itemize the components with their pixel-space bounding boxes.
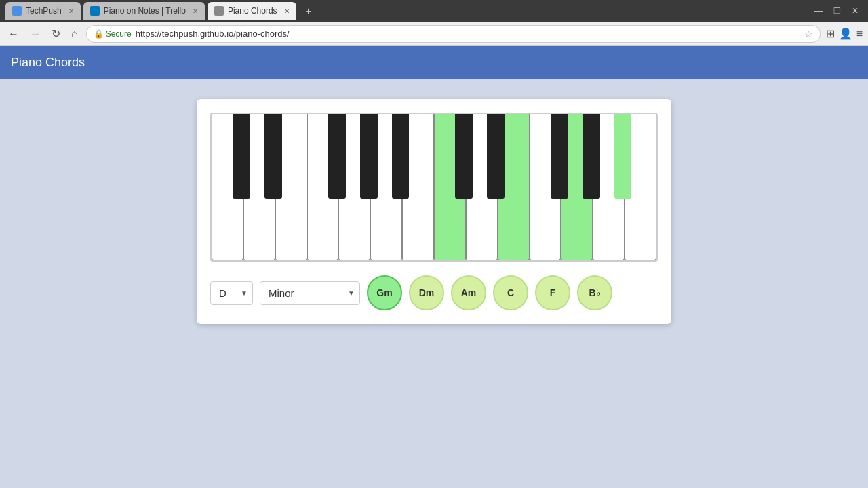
white-key-2[interactable] (275, 114, 307, 260)
scale-select[interactable]: Major Minor Harmonic Minor Melodic Minor (260, 281, 360, 305)
scale-select-wrapper: Major Minor Harmonic Minor Melodic Minor (260, 281, 360, 305)
white-key-4[interactable] (338, 114, 370, 260)
white-key-12[interactable] (593, 114, 625, 260)
app-title: Piano Chords (11, 56, 85, 70)
chord-button-gm[interactable]: Gm (367, 275, 402, 310)
white-key-8[interactable] (466, 114, 498, 260)
user-icon[interactable]: 👤 (839, 27, 852, 40)
forward-button[interactable]: → (27, 26, 43, 41)
tab-favicon-piano-chords (214, 6, 224, 16)
white-key-5[interactable] (370, 114, 402, 260)
key-select-wrapper: C C# D D# E F F# G G# A A# B (210, 281, 253, 305)
window-minimize-button[interactable]: — (810, 5, 827, 17)
reload-button[interactable]: ↻ (49, 26, 63, 41)
home-button[interactable]: ⌂ (68, 26, 81, 41)
tab-trello[interactable]: Piano on Notes | Trello ✕ (83, 2, 205, 20)
window-restore-button[interactable]: ❐ (829, 5, 845, 17)
piano-card: C C# D D# E F F# G G# A A# B Major (197, 99, 671, 324)
tab-label-trello: Piano on Notes | Trello (104, 6, 186, 16)
app-header: Piano Chords (0, 46, 868, 79)
white-key-9[interactable] (498, 114, 530, 260)
tab-favicon-techpush (12, 6, 22, 16)
tab-close-piano-chords[interactable]: ✕ (284, 7, 290, 15)
tab-label-techpush: TechPush (26, 6, 62, 16)
secure-badge: 🔒 Secure (94, 29, 132, 39)
extensions-icon[interactable]: ⊞ (826, 27, 835, 40)
white-key-11[interactable] (561, 114, 593, 260)
white-key-3[interactable] (307, 114, 339, 260)
address-bar[interactable]: 🔒 Secure https://techpush.github.io/pian… (86, 25, 821, 43)
white-key-1[interactable] (243, 114, 275, 260)
window-controls: — ❐ ✕ (810, 5, 863, 17)
chord-button-f[interactable]: F (535, 275, 570, 310)
chord-button-c[interactable]: C (493, 275, 528, 310)
tab-piano-chords[interactable]: Piano Chords ✕ (208, 2, 296, 20)
lock-icon: 🔒 (94, 29, 104, 39)
browser-addressbar: ← → ↻ ⌂ 🔒 Secure https://techpush.github… (0, 22, 868, 46)
window-close-button[interactable]: ✕ (848, 5, 863, 17)
secure-label: Secure (106, 29, 132, 39)
tab-favicon-trello (90, 6, 100, 16)
back-button[interactable]: ← (5, 26, 22, 41)
controls: C C# D D# E F F# G G# A A# B Major (210, 275, 658, 310)
key-select[interactable]: C C# D D# E F F# G G# A A# B (210, 281, 253, 305)
toolbar-icons: ⊞ 👤 ≡ (826, 27, 863, 40)
white-key-7[interactable] (434, 114, 466, 260)
tab-techpush[interactable]: TechPush ✕ (5, 2, 81, 20)
address-url: https://techpush.github.io/piano-chords/ (136, 28, 290, 39)
tab-close-trello[interactable]: ✕ (193, 7, 198, 15)
chord-button-bb[interactable]: B♭ (577, 275, 612, 310)
tab-label-piano-chords: Piano Chords (228, 6, 277, 16)
piano-keyboard (210, 113, 658, 262)
white-key-13[interactable] (625, 114, 656, 260)
white-key-10[interactable] (530, 114, 561, 260)
white-key-6[interactable] (402, 114, 434, 260)
menu-icon[interactable]: ≡ (856, 28, 863, 40)
chord-button-am[interactable]: Am (451, 275, 486, 310)
tab-close-techpush[interactable]: ✕ (68, 7, 74, 15)
main-content: C C# D D# E F F# G G# A A# B Major (0, 79, 868, 344)
bookmark-icon[interactable]: ☆ (804, 28, 813, 39)
browser-titlebar: TechPush ✕ Piano on Notes | Trello ✕ Pia… (0, 0, 868, 22)
white-keys-container (212, 114, 656, 260)
white-key-0[interactable] (212, 114, 243, 260)
chord-button-dm[interactable]: Dm (409, 275, 444, 310)
new-tab-button[interactable]: + (299, 2, 318, 20)
